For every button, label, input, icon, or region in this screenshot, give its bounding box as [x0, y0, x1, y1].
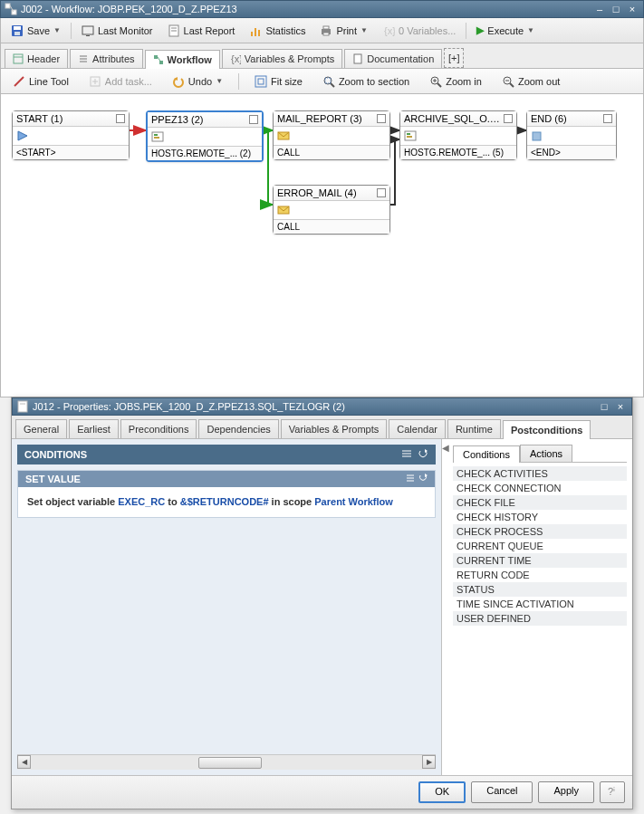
- scroll-right-arrow[interactable]: ▶: [422, 755, 436, 769]
- ok-button[interactable]: OK: [418, 781, 466, 803]
- cond-item[interactable]: CHECK HISTORY: [453, 510, 627, 524]
- workflow-canvas[interactable]: START (1) <START> PPEZ13 (2) HOSTG.REMOT…: [0, 94, 644, 397]
- node-archive-sql[interactable]: ARCHIVE_SQL_O... (5) HOSTG.REMOTE_... (5…: [399, 110, 517, 160]
- mail-icon: [277, 130, 290, 141]
- node-ppez13[interactable]: PPEZ13 (2) HOSTG.REMOTE_... (2): [146, 110, 264, 162]
- list-icon[interactable]: [401, 448, 412, 461]
- node-handle[interactable]: [377, 188, 386, 197]
- sv-variable-link[interactable]: EXEC_RC: [118, 496, 165, 507]
- fit-size-button[interactable]: Fit size: [248, 72, 309, 91]
- tab-workflow[interactable]: Workflow: [145, 50, 220, 69]
- node-start[interactable]: START (1) <START>: [12, 110, 130, 160]
- splitter-handle[interactable]: ◀: [442, 443, 449, 455]
- svg-marker-49: [18, 131, 27, 140]
- cond-item[interactable]: CHECK PROCESS: [453, 524, 627, 539]
- close-button[interactable]: ×: [625, 3, 639, 15]
- cond-item[interactable]: USER DEFINED: [453, 611, 627, 626]
- dialog-buttons: OK Cancel Apply ?ⁱ: [12, 776, 632, 809]
- scroll-left-arrow[interactable]: ◀: [17, 755, 31, 769]
- fit-size-icon: [255, 75, 267, 88]
- undo-button[interactable]: Undo ▼: [166, 72, 229, 91]
- execute-button[interactable]: ▶ Execute ▼: [470, 22, 541, 39]
- apply-button[interactable]: Apply: [538, 781, 594, 803]
- palette-tab-actions[interactable]: Actions: [520, 445, 572, 462]
- object-tabs: Header Attributes Workflow {x} Variables…: [0, 43, 644, 69]
- statistics-button[interactable]: Statistics: [243, 22, 312, 40]
- zoom-section-button[interactable]: Zoom to section: [316, 72, 416, 91]
- svg-rect-51: [154, 134, 158, 136]
- node-handle[interactable]: [116, 114, 125, 123]
- conditions-palette: ◀ Conditions Actions CHECK ACTIVITIES CH…: [442, 439, 632, 775]
- conditions-header: CONDITIONS: [17, 445, 436, 464]
- last-report-label: Last Report: [184, 25, 235, 36]
- line-tool-button[interactable]: Line Tool: [6, 72, 75, 91]
- setvalue-block[interactable]: SET VALUE Set object variable EXEC_RC to…: [17, 470, 436, 518]
- sv-scope-link[interactable]: Parent Workflow: [314, 496, 393, 507]
- ptab-variables-prompts[interactable]: Variables & Prompts: [281, 419, 387, 438]
- fit-size-label: Fit size: [271, 76, 303, 87]
- tab-variables-prompts[interactable]: {x} Variables & Prompts: [222, 49, 342, 68]
- props-close-button[interactable]: ×: [613, 400, 628, 413]
- cond-item[interactable]: CHECK FILE: [453, 495, 627, 510]
- node-mail-report[interactable]: MAIL_REPORT (3) CALL: [273, 110, 390, 160]
- horizontal-scrollbar[interactable]: ◀ ▶: [17, 754, 436, 770]
- zoom-in-button[interactable]: Zoom in: [423, 72, 488, 91]
- node-handle[interactable]: [249, 115, 258, 124]
- refresh-icon[interactable]: [418, 474, 428, 484]
- node-title: ARCHIVE_SQL_O... (5): [404, 113, 500, 124]
- ptab-dependencies[interactable]: Dependencies: [198, 419, 278, 438]
- ptab-preconditions[interactable]: Preconditions: [120, 419, 197, 438]
- ptab-runtime[interactable]: Runtime: [447, 419, 501, 438]
- save-label: Save: [27, 25, 50, 36]
- svg-rect-59: [18, 401, 27, 412]
- cond-item[interactable]: STATUS: [453, 582, 627, 597]
- cond-item[interactable]: RETURN CODE: [453, 568, 627, 582]
- props-maximize-button[interactable]: □: [597, 400, 611, 413]
- last-report-button[interactable]: Last Report: [161, 22, 242, 40]
- cond-item[interactable]: CHECK ACTIVITIES: [453, 466, 627, 481]
- cond-item[interactable]: TIME SINCE ACTIVATION: [453, 597, 627, 611]
- node-error-mail[interactable]: ERROR_MAIL (4) CALL: [273, 185, 390, 235]
- node-handle[interactable]: [377, 114, 386, 123]
- last-monitor-button[interactable]: Last Monitor: [75, 22, 159, 40]
- svg-text:?ⁱ: ?ⁱ: [608, 786, 615, 797]
- svg-rect-52: [154, 137, 159, 139]
- ptab-calendar[interactable]: Calendar: [389, 419, 446, 438]
- help-button[interactable]: ?ⁱ: [600, 781, 625, 803]
- zoom-section-label: Zoom to section: [339, 76, 409, 87]
- ptab-postconditions[interactable]: Postconditions: [503, 420, 591, 439]
- ptab-earliest[interactable]: Earliest: [69, 419, 119, 438]
- zoom-out-button[interactable]: Zoom out: [495, 72, 566, 91]
- tab-documentation[interactable]: Documentation: [344, 49, 442, 68]
- svg-rect-18: [14, 54, 23, 63]
- cond-item[interactable]: CHECK CONNECTION: [453, 481, 627, 495]
- svg-rect-15: [323, 26, 329, 29]
- node-end[interactable]: END (6) <END>: [526, 110, 617, 160]
- svg-rect-58: [533, 132, 541, 140]
- save-button[interactable]: Save ▼: [5, 22, 67, 40]
- refresh-icon[interactable]: [418, 448, 428, 461]
- tab-attributes[interactable]: Attributes: [70, 49, 142, 68]
- node-handle[interactable]: [504, 114, 513, 123]
- sv-value-link[interactable]: &$RETURNCODE#: [180, 496, 269, 507]
- svg-line-36: [331, 83, 334, 87]
- print-button[interactable]: Print ▼: [313, 22, 374, 40]
- ptab-general[interactable]: General: [15, 419, 67, 438]
- properties-icon: [16, 400, 29, 413]
- cond-item[interactable]: CURRENT TIME: [453, 553, 627, 568]
- cancel-button[interactable]: Cancel: [471, 781, 533, 803]
- maximize-button[interactable]: □: [609, 3, 623, 15]
- zoom-out-icon: [502, 75, 514, 88]
- tab-header[interactable]: Header: [5, 49, 68, 68]
- scroll-thumb[interactable]: [198, 757, 262, 769]
- last-monitor-label: Last Monitor: [98, 25, 153, 36]
- palette-tab-conditions[interactable]: Conditions: [453, 445, 520, 463]
- add-task-icon: [89, 75, 101, 88]
- tab-add[interactable]: [+]: [444, 48, 464, 68]
- list-icon[interactable]: [406, 474, 415, 484]
- node-handle[interactable]: [603, 114, 612, 123]
- node-footer: <START>: [13, 145, 129, 159]
- cond-item[interactable]: CURRENT QUEUE: [453, 539, 627, 553]
- minimize-button[interactable]: –: [592, 3, 607, 15]
- svg-line-28: [14, 77, 24, 86]
